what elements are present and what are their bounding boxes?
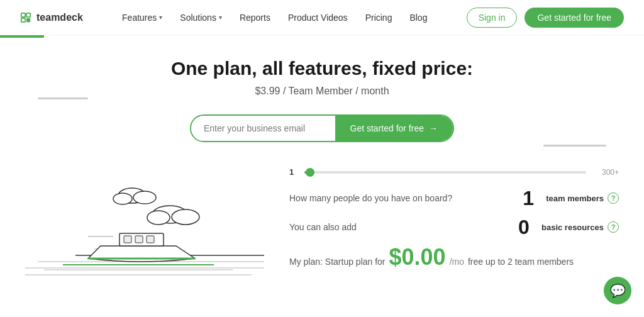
hero-title: One plan, all features, fixed price:	[0, 58, 644, 79]
nav-link-solutions[interactable]: Solutions ▾	[180, 13, 222, 23]
nav-link-product-videos[interactable]: Product Videos	[288, 13, 348, 23]
my-plan-label: My plan: Startup plan for	[289, 257, 386, 267]
nav-item-blog[interactable]: Blog	[409, 13, 427, 23]
solutions-caret: ▾	[219, 14, 222, 21]
svg-point-12	[172, 209, 199, 225]
slider-row: 1 300+	[289, 167, 619, 177]
svg-rect-3	[26, 18, 30, 21]
my-plan-row: My plan: Startup plan for $0.00 /mo free…	[289, 246, 619, 269]
slider-thumb[interactable]	[306, 168, 314, 177]
chat-button[interactable]: 💬	[604, 277, 631, 304]
svg-rect-16	[124, 236, 131, 243]
people-count: 1	[516, 188, 541, 208]
svg-point-10	[113, 193, 132, 204]
plan-free: free up to 2 team members	[468, 257, 574, 267]
logo-icon	[20, 12, 31, 23]
slider-min-label: 1	[289, 167, 297, 177]
pricing-calculator: 1 300+ How many people do you have on bo…	[289, 161, 619, 281]
slider-max-label: 300+	[594, 168, 619, 177]
logo-text: teamdeck	[36, 12, 83, 23]
svg-rect-0	[21, 13, 25, 16]
nav-link-reports[interactable]: Reports	[240, 13, 270, 23]
signin-button[interactable]: Sign in	[467, 8, 518, 28]
deco-line-left	[38, 97, 88, 99]
get-started-nav-button[interactable]: Get started for free	[525, 8, 624, 28]
people-row: How many people do you have on board? 1 …	[289, 188, 619, 208]
resources-count: 0	[511, 217, 536, 237]
nav-actions: Sign in Get started for free	[467, 8, 624, 28]
nav-link-pricing[interactable]: Pricing	[365, 13, 392, 23]
illustration-container	[25, 161, 264, 281]
people-label: How many people do you have on board?	[289, 193, 511, 203]
nav-item-product-videos[interactable]: Product Videos	[288, 13, 348, 23]
svg-point-9	[133, 191, 156, 204]
resources-row: You can also add 0 basic resources ?	[289, 217, 619, 237]
plan-price: $0.00	[389, 246, 446, 269]
email-input-wrapper: Get started for free →	[190, 114, 454, 142]
email-input[interactable]	[191, 116, 335, 141]
svg-rect-17	[135, 236, 143, 243]
arrow-icon: →	[429, 123, 438, 133]
slider-track[interactable]	[304, 171, 586, 174]
illustration-area	[25, 161, 264, 281]
hero-subtitle: $3.99 / Team Member / month	[0, 86, 644, 97]
nav-item-pricing[interactable]: Pricing	[365, 13, 392, 23]
navbar: teamdeck Features ▾ Solutions ▾ Reports …	[0, 0, 644, 35]
nav-item-features[interactable]: Features ▾	[122, 13, 162, 23]
svg-rect-2	[21, 18, 25, 21]
get-started-hero-button[interactable]: Get started for free →	[335, 116, 453, 141]
svg-rect-1	[26, 13, 30, 16]
resources-label: You can also add	[289, 222, 506, 232]
cta-label: Get started for free	[350, 123, 425, 133]
nav-link-blog[interactable]: Blog	[409, 13, 427, 23]
plan-per: /mo	[450, 257, 464, 267]
people-help-icon[interactable]: ?	[608, 192, 619, 204]
svg-point-13	[147, 211, 170, 225]
nav-link-features[interactable]: Features ▾	[122, 13, 162, 23]
nav-links: Features ▾ Solutions ▾ Reports Product V…	[122, 13, 427, 23]
email-form: Get started for free →	[0, 114, 644, 142]
nav-item-solutions[interactable]: Solutions ▾	[180, 13, 222, 23]
svg-rect-18	[147, 236, 154, 243]
bottom-section: 1 300+ How many people do you have on bo…	[0, 161, 644, 281]
features-caret: ▾	[159, 14, 162, 21]
hero-section: One plan, all features, fixed price: $3.…	[0, 35, 644, 155]
nav-item-reports[interactable]: Reports	[240, 13, 270, 23]
illustration-svg	[25, 161, 264, 281]
people-unit: team members ?	[546, 192, 619, 204]
chat-icon: 💬	[610, 283, 626, 298]
deco-line-right	[543, 145, 606, 147]
resources-unit: basic resources ?	[541, 221, 619, 233]
resources-help-icon[interactable]: ?	[608, 221, 619, 233]
logo-link[interactable]: teamdeck	[20, 12, 83, 23]
